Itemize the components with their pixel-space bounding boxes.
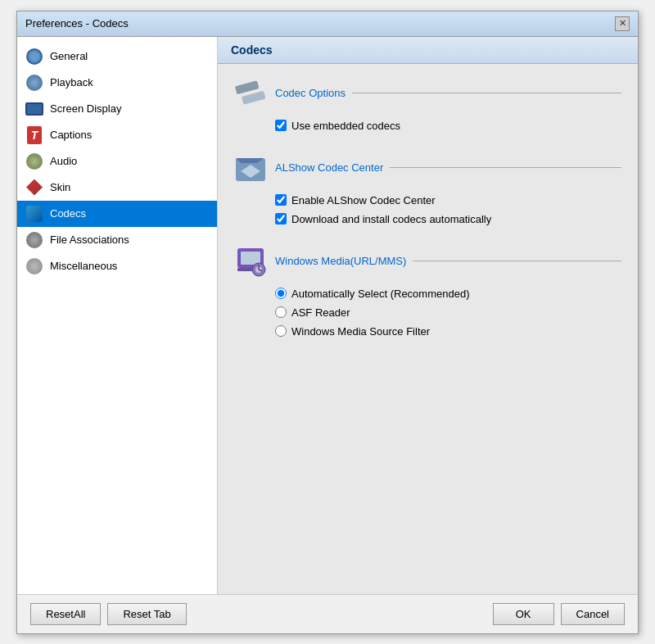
enable-alshow-checkbox[interactable] (275, 194, 287, 206)
windows-media-options: Automatically Select (Recommended) ASF R… (234, 288, 621, 338)
svg-rect-0 (235, 80, 260, 94)
codec-options-title: Codec Options (275, 87, 346, 99)
sidebar-label-skin: Skin (50, 181, 70, 193)
codec-options-section: Codec Options Use embedded codecs (234, 77, 621, 132)
reset-all-button[interactable]: ResetAll (30, 603, 101, 625)
sidebar-item-playback[interactable]: Playback (17, 70, 217, 96)
preferences-window: Preferences - Codecs ✕ General Playback (16, 11, 639, 634)
alshow-title: ALShow Codec Center (275, 161, 383, 174)
use-embedded-checkbox[interactable] (275, 120, 287, 131)
sidebar-item-file-associations[interactable]: File Associations (17, 227, 217, 253)
skin-icon (25, 179, 43, 197)
file-associations-icon (25, 231, 43, 249)
asf-reader-label[interactable]: ASF Reader (291, 306, 350, 319)
playback-icon (25, 74, 43, 92)
miscellaneous-icon (25, 257, 43, 275)
svg-rect-1 (242, 90, 266, 104)
auto-select-radio[interactable] (275, 288, 287, 299)
download-install-row: Download and install codecs automaticall… (275, 213, 621, 225)
download-install-label[interactable]: Download and install codecs automaticall… (291, 213, 491, 225)
alshow-divider (390, 167, 621, 168)
use-embedded-row: Use embedded codecs (275, 120, 621, 132)
sidebar-label-playback: Playback (50, 76, 93, 88)
asf-reader-row: ASF Reader (275, 306, 621, 319)
svg-rect-6 (241, 252, 260, 265)
windows-media-section: Windows Media(URL/MMS) Automatically Sel… (234, 245, 621, 338)
sidebar-label-screen-display: Screen Display (50, 102, 121, 115)
enable-alshow-label[interactable]: Enable ALShow Codec Center (291, 194, 436, 206)
codec-options-options: Use embedded codecs (234, 120, 621, 132)
window-body: General Playback Screen Display T (17, 37, 638, 594)
sidebar-item-miscellaneous[interactable]: Miscellaneous (17, 253, 217, 279)
sidebar: General Playback Screen Display T (17, 37, 218, 594)
use-embedded-label[interactable]: Use embedded codecs (291, 120, 400, 132)
auto-select-row: Automatically Select (Recommended) (275, 288, 621, 300)
window-title: Preferences - Codecs (25, 17, 129, 29)
wm-source-filter-radio[interactable] (275, 325, 287, 337)
title-bar: Preferences - Codecs ✕ (17, 11, 638, 37)
alshow-title-line: ALShow Codec Center (275, 161, 621, 174)
footer: ResetAll Reset Tab OK Cancel (17, 594, 638, 633)
asf-reader-radio[interactable] (275, 306, 287, 318)
sidebar-label-miscellaneous: Miscellaneous (50, 260, 117, 272)
codecs-icon (25, 205, 43, 223)
sidebar-label-file-associations: File Associations (50, 234, 129, 246)
captions-icon: T (25, 126, 43, 144)
content-body: Codec Options Use embedded codecs (218, 64, 638, 594)
wm-source-filter-label[interactable]: Windows Media Source Filter (291, 325, 430, 338)
sidebar-item-general[interactable]: General (17, 43, 217, 70)
sidebar-label-general: General (50, 50, 88, 62)
alshow-options: Enable ALShow Codec Center Download and … (234, 194, 621, 225)
screen-display-icon (25, 100, 43, 118)
footer-left: ResetAll Reset Tab (30, 603, 187, 625)
codec-options-title-line: Codec Options (275, 87, 621, 99)
codec-options-header: Codec Options (234, 77, 621, 110)
enable-alshow-row: Enable ALShow Codec Center (275, 194, 621, 206)
close-button[interactable]: ✕ (615, 16, 630, 31)
main-content: Codecs Codec Options (218, 37, 638, 594)
alshow-codec-center-section: ALShow Codec Center Enable ALShow Codec … (234, 152, 621, 225)
windows-media-title-line: Windows Media(URL/MMS) (275, 255, 621, 267)
windows-media-header: Windows Media(URL/MMS) (234, 245, 621, 278)
footer-right: OK Cancel (493, 603, 625, 625)
codec-options-divider (352, 93, 621, 93)
sidebar-item-codecs[interactable]: Codecs (17, 201, 217, 227)
sidebar-label-captions: Captions (50, 129, 92, 141)
audio-icon (25, 152, 43, 170)
sidebar-item-audio[interactable]: Audio (17, 148, 217, 175)
alshow-section-icon (234, 152, 267, 184)
windows-media-divider (413, 261, 621, 261)
wm-source-filter-row: Windows Media Source Filter (275, 325, 621, 338)
alshow-header: ALShow Codec Center (234, 152, 621, 184)
sidebar-label-audio: Audio (50, 155, 77, 167)
sidebar-item-screen-display[interactable]: Screen Display (17, 96, 217, 122)
sidebar-item-captions[interactable]: T Captions (17, 122, 217, 148)
cancel-button[interactable]: Cancel (561, 603, 625, 625)
auto-select-label[interactable]: Automatically Select (Recommended) (291, 288, 469, 300)
download-install-checkbox[interactable] (275, 213, 287, 224)
windows-media-section-icon (234, 245, 267, 278)
ok-button[interactable]: OK (493, 603, 554, 625)
reset-tab-button[interactable]: Reset Tab (107, 603, 186, 625)
windows-media-title: Windows Media(URL/MMS) (275, 255, 406, 267)
general-icon (25, 48, 43, 66)
sidebar-item-skin[interactable]: Skin (17, 175, 217, 201)
codec-options-section-icon (234, 77, 267, 110)
content-header: Codecs (218, 37, 638, 64)
sidebar-label-codecs: Codecs (50, 207, 86, 220)
